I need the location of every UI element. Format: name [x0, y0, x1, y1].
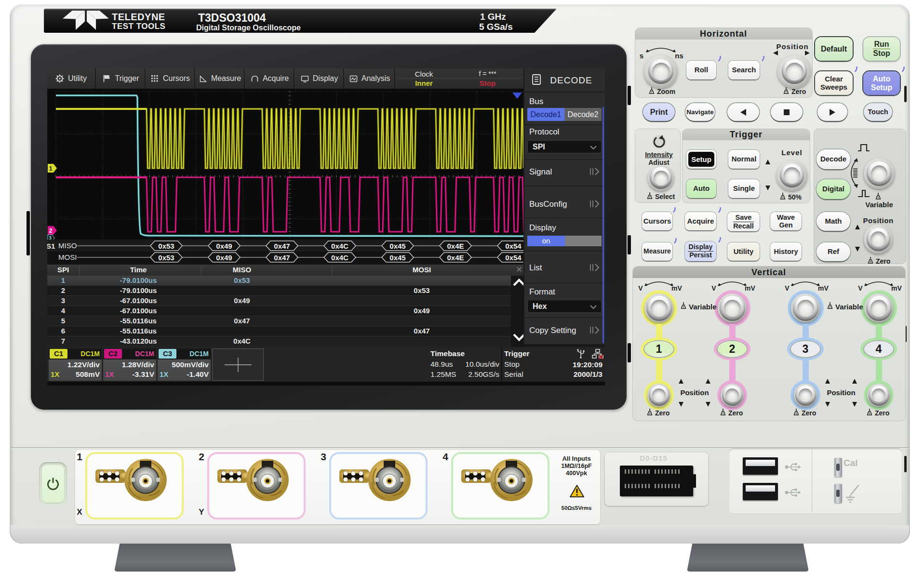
svg-text:0x4E: 0x4E	[447, 253, 464, 262]
svg-text:0x49: 0x49	[216, 253, 232, 262]
svg-text:0x54: 0x54	[505, 253, 522, 262]
svg-text:MOSI: MOSI	[58, 253, 77, 261]
svg-text:S1: S1	[47, 242, 55, 250]
svg-text:MISO: MISO	[58, 241, 77, 250]
svg-text:0x49: 0x49	[216, 242, 232, 250]
svg-text:0x45: 0x45	[389, 253, 405, 262]
svg-text:0x47: 0x47	[274, 253, 290, 262]
svg-text:2: 2	[49, 227, 53, 234]
svg-text:0x47: 0x47	[274, 242, 290, 250]
svg-text:1: 1	[49, 165, 53, 172]
svg-text:0x4C: 0x4C	[331, 242, 348, 250]
svg-text:0x4C: 0x4C	[331, 253, 348, 262]
svg-text:0x54: 0x54	[505, 242, 522, 250]
svg-text:0x53: 0x53	[158, 242, 174, 250]
svg-text:0x53: 0x53	[158, 253, 174, 262]
svg-text:0x4E: 0x4E	[447, 242, 464, 250]
svg-text:0x45: 0x45	[389, 242, 405, 250]
